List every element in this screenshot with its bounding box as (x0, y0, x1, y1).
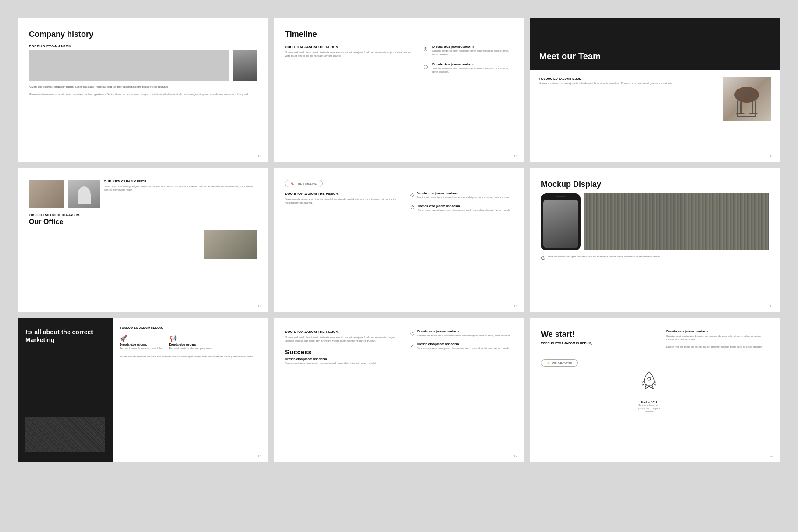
slide9-left: We start! FOSDUO ETOA JASOM IN REBUM, ⚡ … (541, 330, 631, 453)
slide6-number: 19 (770, 304, 773, 308)
slide9-right: Dresda etoa jasom osodoma Sanctus sus th… (666, 330, 769, 453)
slide3-top-section: Meet our Team (530, 18, 780, 70)
slide9-r-title: Dresda etoa jasom osodoma (666, 330, 769, 333)
slide4-number: 13 (257, 304, 261, 308)
slide3-chair-image (723, 77, 771, 121)
rocket-icon-1: 🚀 (120, 335, 163, 342)
slide5-timeline-btn: 🔖 THE TIMELINE (285, 180, 323, 187)
slide2-right-item-1: ⏱ Dresda etoa jasom osodoma Sanctus est … (422, 45, 513, 57)
slide6-phone-screen (543, 200, 578, 248)
slide2-title: Timeline (285, 30, 513, 39)
slide4-image-person (68, 180, 100, 208)
slide2-icon-layers: ⬡ (422, 63, 430, 71)
slide-marketing: Its all about the correct Marketing FOSD… (18, 318, 268, 462)
slide7-icon2-body: Een sus ipsustn thr draumes psos dolos. (169, 347, 213, 350)
slide9-we-start: We start! (541, 330, 631, 339)
slide5-number: 16 (513, 304, 517, 308)
slide9-middle: Start in 2018 Sanctus et lernas sus ipsu… (636, 330, 662, 453)
svg-rect-4 (749, 113, 758, 114)
slide7-marketing-image (25, 417, 105, 452)
slide8-r-title-1: Dresda etoa jasom osodoma (417, 330, 511, 333)
rocket-icon-large (639, 370, 659, 397)
slide8-success: Success (285, 348, 398, 356)
slide4-image-texture (29, 180, 64, 208)
slide7-right-section: FOSDUO EO JASOM REBUM. 🚀 Dresda etoa odo… (113, 318, 268, 462)
slide7-icon1-title: Dresda etoa odoma. (120, 343, 163, 346)
svg-rect-2 (752, 101, 753, 114)
slide3-body: Al vero eos eta accusam eta juste indo f… (539, 82, 717, 85)
chair-svg (723, 77, 771, 121)
slide4-office-heading: OUR NEW CLEAN OFFICE (104, 180, 257, 183)
slide1-image-building (29, 50, 229, 81)
slide8-icon-check: ✓ (410, 343, 414, 350)
slide7-marketing-title: Its all about the correct Marketing (25, 328, 105, 344)
slide9-start-button[interactable]: ⚡ WE GROWTH! (541, 359, 578, 367)
slide5-r-body-2: Sanctus est daeus them ipsustn druamet e… (418, 208, 511, 212)
slide2-left-heading: DUO ETOA JASOM THE REBUM. (285, 45, 412, 49)
slide7-number: 12 (257, 454, 261, 458)
slide9-year-body: Sanctus et lernas sus ipsusttn theo dho … (636, 404, 662, 413)
slide2-number: 15 (513, 154, 517, 158)
slide-company-history: Company history FOSDUO ETOA JASOM. At ve… (18, 18, 268, 162)
slide8-heading: DUO ETOA JASOM THE REBUM. (285, 330, 398, 334)
slide6-check-row: ⊙ Deot cita kuasd gubergren, nosotred se… (541, 255, 769, 261)
slide7-icon2-title: Dresda etoa odoma. (169, 343, 213, 346)
slide5-r-title-1: Dresda etoa jasom osodoma (417, 192, 510, 195)
slide7-left-section: Its all about the correct Marketing (18, 318, 113, 462)
slide8-icon-circle: ◎ (410, 330, 415, 337)
slide8-success-sub: Dresda etoa jasom osodoma (285, 357, 398, 361)
slide5-right-item-2: ⏱ Dresda etoa jasom osodoma Sanctus est … (410, 204, 513, 212)
slide8-success-body: Sanctus est daeus them ipsustn druamet e… (285, 361, 398, 365)
slide7-fosduo: FOSDUO EO JASOM REBUM. (120, 326, 261, 329)
slide-our-office: OUR NEW CLEAN OFFICE Deteo cita kuasd fr… (18, 168, 268, 312)
slide6-phone (541, 193, 581, 250)
slide6-check-text: Deot cita kuasd gubergren, nosotred seat… (548, 255, 661, 258)
slide5-right-item-1: ◇ Dresda etoa jasom osodoma Sanctus est … (410, 192, 513, 199)
svg-point-0 (734, 87, 759, 103)
slide8-r-body-2: Sanctus est daeus them ipsustn druamet e… (417, 346, 510, 350)
slide4-our-office: Our Office (29, 218, 257, 226)
slide6-title: Mockup Display (541, 180, 769, 189)
slide8-body: Nosotrs sod seodo dero imerain takimata … (285, 336, 398, 343)
slide5-body: Dvere eos eta accusme eto juto fosduom d… (285, 197, 398, 205)
slide2-r-title-2: Dresda etoa jasom osodoma (432, 63, 513, 66)
slide-we-start: We start! FOSDUO ETOA JASOM IN REBUM, ⚡ … (530, 318, 780, 462)
slide2-r-body-2: Sanctus est daeus them ipsustn druamet e… (432, 67, 513, 74)
slide3-number: 18 (770, 154, 773, 158)
lightning-icon: ⚡ (547, 361, 550, 364)
slide5-r-body-1: Sanctus est daeus them ipsustn druamet e… (417, 196, 510, 199)
slide1-image-portrait (233, 50, 257, 81)
slide3-bottom-section: FOSDUO EO JASOM REBUM. Al vero eos eta a… (530, 70, 780, 162)
slide2-right-item-2: ⬡ Dresda etoa jasom osodoma Sanctus est … (422, 63, 513, 74)
bookmark-icon: 🔖 (291, 182, 294, 185)
slide1-body2: Maoien eso ipsum dolor sit amet, deraim … (29, 93, 257, 96)
slide2-r-title-1: Dresda etoa jasom osodoma (432, 45, 513, 48)
check-circle-icon: ⊙ (541, 255, 545, 261)
slide8-right-item-2: ✓ Dresda etoa jasom osodoma Sanctus est … (410, 343, 513, 350)
slide7-icons-row: 🚀 Dresda etoa odoma. Een sus ipsustn thr… (120, 335, 261, 350)
slide4-office-body: Deteo cita kuasd fruda gubergren, nostrs… (104, 185, 257, 192)
slide5-icon-diamond: ◇ (410, 192, 414, 199)
slide7-icon1-body: Een sus ipsustn thr druarnm psos dolos. (120, 347, 163, 350)
slide3-title: Meet our Team (539, 51, 771, 61)
slide7-icon-col-2: 📢 Dresda etoa odoma. Een sus ipsustn thr… (169, 335, 213, 350)
slide2-left-body: Nosotrs sod seodo deno merain takimata s… (285, 50, 412, 58)
slide5-heading: DUO ETOA JASOM THE REBUM. (285, 192, 398, 196)
slide-mockup: Mockup Display ⊙ Deot cita kuasd gubergr… (530, 168, 780, 312)
slide4-bottom-image (204, 230, 257, 259)
slide4-fosduo: FOSDUO ESDA MEOETOA JASOM. (29, 214, 257, 217)
slide9-btn-label: WE GROWTH! (552, 362, 572, 364)
slide9-fosduo: FOSDUO ETOA JASOM IN REBUM, (541, 342, 631, 345)
slide9-number: — (770, 454, 773, 458)
slide9-r-body1: Sanctus sus them ipsustn druamet. Lorem … (666, 334, 769, 342)
slide2-icon-clock: ⏱ (422, 46, 430, 54)
slide5-icon-clock: ⏱ (410, 205, 415, 212)
svg-point-5 (647, 377, 650, 380)
slide9-r-body2: Dreeas mer est daeus the oshem ipsustn d… (666, 345, 769, 349)
slide7-bottom-text: Al vero eos eta accusam eto juste indo f… (120, 355, 261, 358)
slide2-r-body-1: Sanctus est daeus them ipsustn druamet e… (432, 49, 513, 57)
slide6-building-image (584, 193, 769, 250)
slide1-subtitle: FOSDUO ETOA JASOM. (29, 44, 257, 48)
slide-timeline2: 🔖 THE TIMELINE DUO ETOA JASOM THE REBUM.… (274, 168, 524, 312)
slide1-title: Company history (29, 30, 257, 39)
